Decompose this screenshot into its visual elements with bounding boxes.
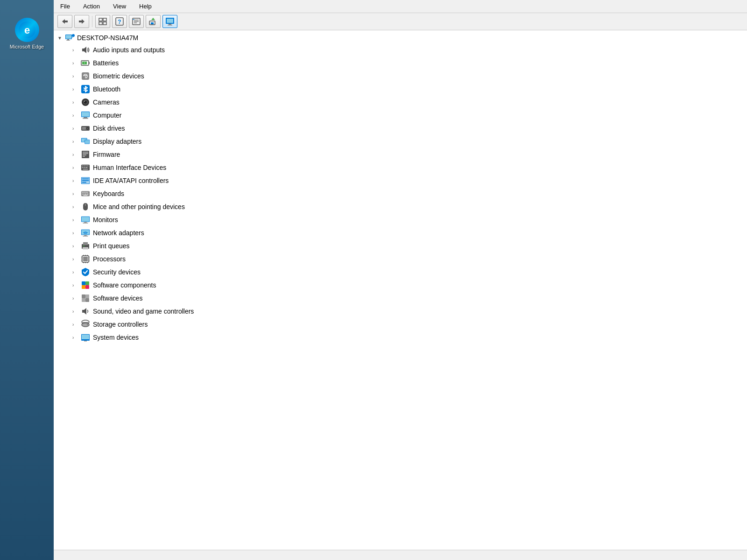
svg-rect-8 (99, 22, 102, 25)
svg-rect-25 (66, 35, 71, 39)
svg-rect-78 (82, 194, 83, 195)
expand-arrow: › (72, 48, 78, 53)
svg-rect-114 (85, 281, 89, 285)
menu-bar: File Action View Help (54, 0, 747, 13)
menu-action[interactable]: Action (80, 2, 103, 11)
list-item[interactable]: › Mice and other pointing devices (54, 200, 747, 213)
item-label: Sound, video and game controllers (93, 308, 194, 315)
list-item[interactable]: › (54, 187, 747, 200)
svg-rect-81 (87, 194, 89, 195)
forward-button[interactable] (74, 15, 89, 28)
processor-icon (81, 254, 90, 264)
svg-rect-93 (83, 236, 88, 236)
svg-rect-27 (66, 40, 70, 41)
menu-help[interactable]: Help (136, 2, 155, 11)
list-item[interactable]: › Print queues (54, 239, 747, 252)
menu-file[interactable]: File (57, 2, 73, 11)
biometric-icon (81, 71, 90, 81)
root-label: DESKTOP-NSIA47M (77, 34, 138, 42)
list-item[interactable]: › Monitors (54, 213, 747, 226)
item-label: Firmware (93, 151, 120, 158)
svg-rect-33 (89, 62, 90, 64)
svg-point-28 (72, 34, 75, 37)
list-item[interactable]: › Storage controllers (54, 318, 747, 331)
item-label: Storage controllers (93, 321, 148, 328)
expand-arrow: › (72, 139, 78, 144)
expand-arrow: › (72, 309, 78, 314)
svg-rect-87 (82, 217, 89, 222)
list-item[interactable]: › Display adapters (54, 135, 747, 148)
list-item[interactable]: › Cameras (54, 96, 747, 109)
svg-point-34 (84, 63, 85, 63)
mouse-icon (81, 202, 90, 211)
tree-root-item[interactable]: ▼ DESKTOP-NSIA47M (54, 32, 747, 43)
svg-rect-118 (85, 294, 89, 298)
item-label: System devices (93, 334, 139, 341)
svg-marker-2 (62, 19, 65, 24)
properties-button[interactable] (129, 15, 144, 28)
list-item[interactable]: › Audio inputs and outputs (54, 43, 747, 56)
desktop-icon-edge[interactable]: e Microsoft Edge (6, 18, 48, 50)
tree-view[interactable]: ▼ DESKTOP-NSIA47M (54, 30, 747, 550)
item-label: Human Interface Devices (93, 164, 166, 171)
expand-arrow: › (72, 87, 78, 92)
security-icon (81, 267, 90, 277)
edge-label: Microsoft Edge (10, 44, 44, 50)
svg-rect-62 (87, 165, 89, 166)
expand-arrow: › (72, 217, 78, 223)
expand-arrow: › (72, 257, 78, 262)
update-button[interactable] (146, 15, 161, 28)
firmware-icon (81, 150, 90, 159)
list-item[interactable]: › IDE ATA/ATAPI controllers (54, 174, 747, 187)
list-item[interactable]: › Disk drives (54, 122, 747, 135)
svg-rect-98 (83, 248, 88, 249)
computer-icon (81, 111, 90, 120)
list-item[interactable]: › Network ada (54, 226, 747, 239)
storage-icon (81, 320, 90, 329)
list-item[interactable]: › Computer (54, 109, 747, 122)
svg-point-48 (87, 128, 88, 129)
list-item[interactable]: › Sound, video and game controllers (54, 305, 747, 318)
svg-rect-56 (83, 154, 86, 155)
svg-rect-117 (82, 294, 85, 298)
hid-icon (81, 163, 90, 172)
content-area: ▼ DESKTOP-NSIA47M (54, 30, 747, 550)
list-item[interactable]: › Firmware (54, 148, 747, 161)
list-item[interactable]: › Software devices (54, 292, 747, 305)
list-item[interactable]: › (54, 161, 747, 174)
root-expand-arrow: ▼ (57, 35, 63, 41)
svg-rect-74 (83, 192, 84, 193)
item-label: Computer (93, 112, 121, 119)
list-item[interactable]: › Biometric devices (54, 70, 747, 83)
svg-rect-116 (85, 285, 89, 289)
monitor-button[interactable] (162, 15, 177, 28)
expand-arrow: › (72, 178, 78, 183)
monitor-icon (81, 215, 90, 224)
item-label: Network adapters (93, 229, 144, 237)
help-button[interactable]: ? (112, 15, 127, 28)
list-item[interactable]: › Security devices (54, 266, 747, 279)
svg-rect-3 (65, 21, 68, 22)
svg-rect-59 (82, 165, 84, 166)
svg-rect-55 (83, 153, 88, 154)
svg-rect-18 (151, 22, 154, 24)
svg-rect-21 (167, 19, 173, 23)
expand-arrow: › (72, 322, 78, 327)
list-item[interactable]: › Bluetooth (54, 83, 747, 96)
toolbar: ? (54, 13, 747, 30)
svg-rect-60 (84, 165, 85, 166)
item-label: Audio inputs and outputs (93, 46, 165, 54)
item-label: Security devices (93, 268, 141, 276)
menu-view[interactable]: View (110, 2, 129, 11)
system-icon (81, 333, 90, 342)
svg-text:?: ? (118, 19, 121, 25)
svg-marker-19 (151, 18, 155, 20)
grid-button[interactable] (95, 15, 110, 28)
list-item[interactable]: › Batteries (54, 56, 747, 70)
tree-children: › Audio inputs and outputs › (54, 43, 747, 344)
svg-point-40 (84, 101, 85, 102)
list-item[interactable]: › Software components (54, 279, 747, 292)
back-button[interactable] (57, 15, 72, 28)
list-item[interactable]: › System devices (54, 331, 747, 344)
list-item[interactable]: › (54, 252, 747, 266)
